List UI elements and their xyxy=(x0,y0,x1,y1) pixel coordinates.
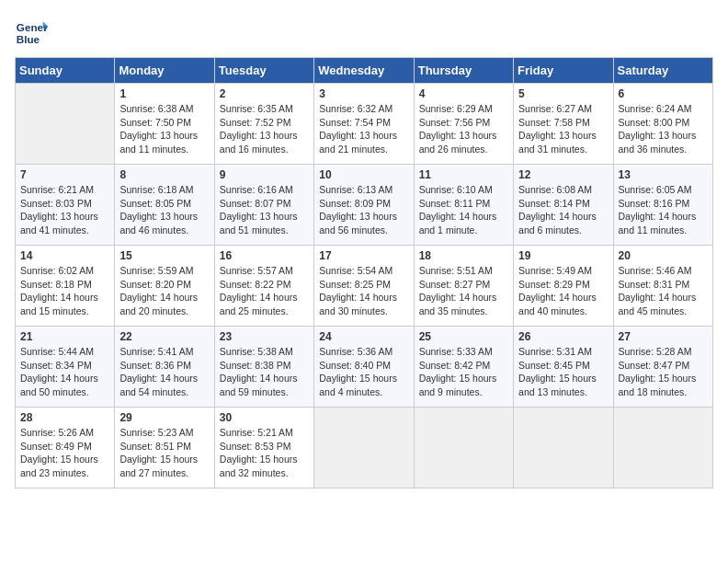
cell-content: Sunrise: 5:49 AMSunset: 8:29 PMDaylight:… xyxy=(518,264,608,318)
day-number: 16 xyxy=(220,249,309,262)
day-number: 27 xyxy=(619,330,708,343)
cell-content: Sunrise: 5:51 AMSunset: 8:27 PMDaylight:… xyxy=(419,264,508,318)
day-number: 23 xyxy=(220,330,309,343)
weekday-header: Monday xyxy=(115,58,214,84)
cell-content: Sunrise: 6:32 AMSunset: 7:54 PMDaylight:… xyxy=(319,102,408,156)
cell-content: Sunrise: 6:05 AMSunset: 8:16 PMDaylight:… xyxy=(619,183,708,237)
calendar-week-row: 14Sunrise: 6:02 AMSunset: 8:18 PMDayligh… xyxy=(16,246,713,327)
cell-content: Sunrise: 6:27 AMSunset: 7:58 PMDaylight:… xyxy=(518,102,608,156)
day-number: 1 xyxy=(119,87,209,100)
calendar-cell: 20Sunrise: 5:46 AMSunset: 8:31 PMDayligh… xyxy=(613,246,712,327)
weekday-header: Thursday xyxy=(414,58,513,84)
calendar-cell: 17Sunrise: 5:54 AMSunset: 8:25 PMDayligh… xyxy=(314,246,414,327)
weekday-header: Tuesday xyxy=(214,58,313,84)
calendar-cell xyxy=(414,408,513,488)
day-number: 28 xyxy=(20,411,109,424)
cell-content: Sunrise: 5:57 AMSunset: 8:22 PMDaylight:… xyxy=(220,264,309,318)
calendar-cell: 13Sunrise: 6:05 AMSunset: 8:16 PMDayligh… xyxy=(613,165,712,246)
cell-content: Sunrise: 5:44 AMSunset: 8:34 PMDaylight:… xyxy=(20,345,109,399)
calendar-cell: 27Sunrise: 5:28 AMSunset: 8:47 PMDayligh… xyxy=(613,327,712,408)
cell-content: Sunrise: 6:18 AMSunset: 8:05 PMDaylight:… xyxy=(119,183,209,237)
calendar-cell: 5Sunrise: 6:27 AMSunset: 7:58 PMDaylight… xyxy=(514,84,613,165)
calendar-cell: 30Sunrise: 5:21 AMSunset: 8:53 PMDayligh… xyxy=(214,408,313,488)
calendar-cell: 10Sunrise: 6:13 AMSunset: 8:09 PMDayligh… xyxy=(314,165,414,246)
day-number: 5 xyxy=(518,87,608,100)
day-number: 12 xyxy=(518,168,608,181)
calendar-cell: 18Sunrise: 5:51 AMSunset: 8:27 PMDayligh… xyxy=(414,246,513,327)
calendar-cell: 29Sunrise: 5:23 AMSunset: 8:51 PMDayligh… xyxy=(115,408,214,488)
weekday-header: Saturday xyxy=(613,58,712,84)
day-number: 30 xyxy=(220,411,309,424)
calendar-cell: 3Sunrise: 6:32 AMSunset: 7:54 PMDaylight… xyxy=(314,84,414,165)
cell-content: Sunrise: 5:26 AMSunset: 8:49 PMDaylight:… xyxy=(20,426,109,480)
calendar-cell: 2Sunrise: 6:35 AMSunset: 7:52 PMDaylight… xyxy=(214,84,313,165)
calendar-table: SundayMondayTuesdayWednesdayThursdayFrid… xyxy=(15,57,713,488)
day-number: 9 xyxy=(220,168,309,181)
calendar-cell: 1Sunrise: 6:38 AMSunset: 7:50 PMDaylight… xyxy=(115,84,214,165)
day-number: 19 xyxy=(518,249,608,262)
calendar-cell: 11Sunrise: 6:10 AMSunset: 8:11 PMDayligh… xyxy=(414,165,513,246)
day-number: 8 xyxy=(119,168,209,181)
calendar-week-row: 1Sunrise: 6:38 AMSunset: 7:50 PMDaylight… xyxy=(16,84,713,165)
calendar-cell: 24Sunrise: 5:36 AMSunset: 8:40 PMDayligh… xyxy=(314,327,414,408)
calendar-cell: 8Sunrise: 6:18 AMSunset: 8:05 PMDaylight… xyxy=(115,165,214,246)
cell-content: Sunrise: 5:59 AMSunset: 8:20 PMDaylight:… xyxy=(119,264,209,318)
calendar-cell: 14Sunrise: 6:02 AMSunset: 8:18 PMDayligh… xyxy=(16,246,115,327)
cell-content: Sunrise: 6:35 AMSunset: 7:52 PMDaylight:… xyxy=(220,102,309,156)
cell-content: Sunrise: 6:29 AMSunset: 7:56 PMDaylight:… xyxy=(419,102,508,156)
logo-icon: General Blue xyxy=(15,15,48,48)
day-number: 25 xyxy=(419,330,508,343)
calendar-cell: 21Sunrise: 5:44 AMSunset: 8:34 PMDayligh… xyxy=(16,327,115,408)
cell-content: Sunrise: 5:31 AMSunset: 8:45 PMDaylight:… xyxy=(518,345,608,399)
cell-content: Sunrise: 6:24 AMSunset: 8:00 PMDaylight:… xyxy=(619,102,708,156)
cell-content: Sunrise: 5:46 AMSunset: 8:31 PMDaylight:… xyxy=(619,264,708,318)
weekday-header: Wednesday xyxy=(314,58,414,84)
calendar-cell: 12Sunrise: 6:08 AMSunset: 8:14 PMDayligh… xyxy=(514,165,613,246)
calendar-cell: 26Sunrise: 5:31 AMSunset: 8:45 PMDayligh… xyxy=(514,327,613,408)
day-number: 20 xyxy=(619,249,708,262)
calendar-cell xyxy=(314,408,414,488)
calendar-week-row: 28Sunrise: 5:26 AMSunset: 8:49 PMDayligh… xyxy=(16,408,713,488)
calendar-cell: 15Sunrise: 5:59 AMSunset: 8:20 PMDayligh… xyxy=(115,246,214,327)
day-number: 2 xyxy=(220,87,309,100)
cell-content: Sunrise: 5:28 AMSunset: 8:47 PMDaylight:… xyxy=(619,345,708,399)
cell-content: Sunrise: 5:36 AMSunset: 8:40 PMDaylight:… xyxy=(319,345,408,399)
day-number: 24 xyxy=(319,330,408,343)
day-number: 14 xyxy=(20,249,109,262)
day-number: 29 xyxy=(119,411,209,424)
weekday-header: Sunday xyxy=(16,58,115,84)
day-number: 22 xyxy=(119,330,209,343)
cell-content: Sunrise: 5:23 AMSunset: 8:51 PMDaylight:… xyxy=(119,426,209,480)
calendar-cell: 7Sunrise: 6:21 AMSunset: 8:03 PMDaylight… xyxy=(16,165,115,246)
cell-content: Sunrise: 6:16 AMSunset: 8:07 PMDaylight:… xyxy=(220,183,309,237)
calendar-week-row: 7Sunrise: 6:21 AMSunset: 8:03 PMDaylight… xyxy=(16,165,713,246)
cell-content: Sunrise: 5:41 AMSunset: 8:36 PMDaylight:… xyxy=(119,345,209,399)
day-number: 17 xyxy=(319,249,408,262)
day-number: 10 xyxy=(319,168,408,181)
day-number: 26 xyxy=(518,330,608,343)
calendar-cell: 22Sunrise: 5:41 AMSunset: 8:36 PMDayligh… xyxy=(115,327,214,408)
calendar-cell: 23Sunrise: 5:38 AMSunset: 8:38 PMDayligh… xyxy=(214,327,313,408)
calendar-cell: 19Sunrise: 5:49 AMSunset: 8:29 PMDayligh… xyxy=(514,246,613,327)
calendar-cell xyxy=(514,408,613,488)
cell-content: Sunrise: 6:02 AMSunset: 8:18 PMDaylight:… xyxy=(20,264,109,318)
page-header: General Blue xyxy=(15,15,713,48)
weekday-header: Friday xyxy=(514,58,613,84)
cell-content: Sunrise: 6:08 AMSunset: 8:14 PMDaylight:… xyxy=(518,183,608,237)
cell-content: Sunrise: 5:33 AMSunset: 8:42 PMDaylight:… xyxy=(419,345,508,399)
day-number: 11 xyxy=(419,168,508,181)
day-number: 13 xyxy=(619,168,708,181)
day-number: 18 xyxy=(419,249,508,262)
cell-content: Sunrise: 5:38 AMSunset: 8:38 PMDaylight:… xyxy=(220,345,309,399)
calendar-cell: 6Sunrise: 6:24 AMSunset: 8:00 PMDaylight… xyxy=(613,84,712,165)
cell-content: Sunrise: 6:13 AMSunset: 8:09 PMDaylight:… xyxy=(319,183,408,237)
logo: General Blue xyxy=(15,15,51,48)
calendar-week-row: 21Sunrise: 5:44 AMSunset: 8:34 PMDayligh… xyxy=(16,327,713,408)
calendar-cell xyxy=(16,84,115,165)
day-number: 21 xyxy=(20,330,109,343)
cell-content: Sunrise: 6:10 AMSunset: 8:11 PMDaylight:… xyxy=(419,183,508,237)
calendar-cell xyxy=(613,408,712,488)
calendar-cell: 28Sunrise: 5:26 AMSunset: 8:49 PMDayligh… xyxy=(16,408,115,488)
day-number: 15 xyxy=(119,249,209,262)
calendar-cell: 9Sunrise: 6:16 AMSunset: 8:07 PMDaylight… xyxy=(214,165,313,246)
